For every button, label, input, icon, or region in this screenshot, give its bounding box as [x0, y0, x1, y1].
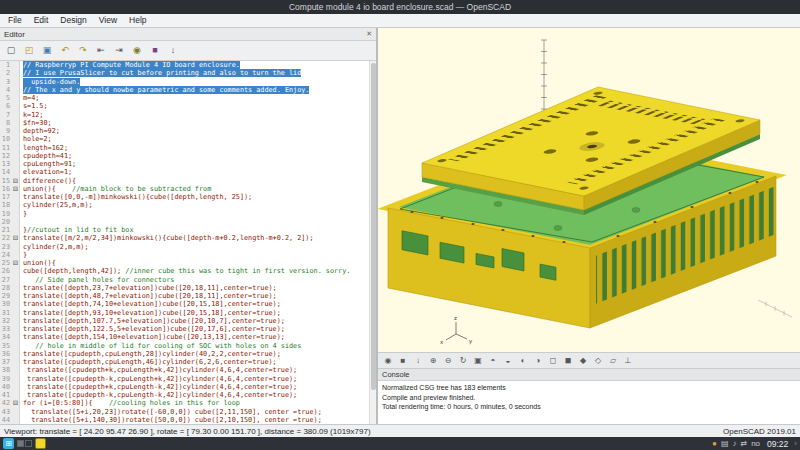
- fold-marker[interactable]: [12, 61, 20, 69]
- fold-marker[interactable]: [12, 102, 20, 110]
- fold-marker[interactable]: [12, 276, 20, 284]
- fold-marker[interactable]: [12, 333, 20, 341]
- fold-marker[interactable]: [12, 342, 20, 350]
- undo-icon[interactable]: ↶: [57, 43, 73, 59]
- fold-marker[interactable]: [12, 408, 20, 416]
- fold-marker[interactable]: [12, 375, 20, 383]
- fold-marker[interactable]: [12, 416, 20, 424]
- desktop-1[interactable]: [17, 440, 24, 447]
- fold-marker[interactable]: [12, 267, 20, 275]
- render-icon[interactable]: ■: [147, 43, 163, 59]
- indent-icon[interactable]: ⇥: [111, 43, 127, 59]
- close-icon[interactable]: ✕: [366, 30, 372, 38]
- fold-marker[interactable]: [12, 309, 20, 317]
- view-bottom-icon[interactable]: ◒: [501, 354, 515, 367]
- export-stl-icon[interactable]: ↓: [411, 354, 425, 367]
- redo-icon[interactable]: ↷: [75, 43, 91, 59]
- tray-volume-icon[interactable]: ♪: [731, 439, 737, 448]
- fold-marker[interactable]: [12, 135, 20, 143]
- menu-design[interactable]: Design: [54, 14, 92, 27]
- fold-marker[interactable]: [12, 366, 20, 374]
- menu-edit[interactable]: Edit: [28, 14, 55, 27]
- preview-icon[interactable]: ◉: [129, 43, 145, 59]
- editor-line: 42 ⊟ for (i=[0:5:80]){ //cooling holes i…: [0, 399, 376, 407]
- fold-marker[interactable]: [12, 325, 20, 333]
- fold-marker[interactable]: [12, 226, 20, 234]
- fold-marker[interactable]: ⊟: [12, 185, 20, 193]
- fold-marker[interactable]: ⊟: [12, 234, 20, 242]
- orthogonal-icon[interactable]: ▱: [606, 354, 620, 367]
- open-file-icon[interactable]: ◰: [21, 43, 37, 59]
- fold-marker[interactable]: [12, 350, 20, 358]
- fold-marker[interactable]: [12, 251, 20, 259]
- scrollbar-thumb[interactable]: [371, 63, 376, 390]
- fold-marker[interactable]: [12, 391, 20, 399]
- taskbar-app-openscad[interactable]: [35, 438, 46, 449]
- fold-marker[interactable]: [12, 201, 20, 209]
- app-launcher-icon[interactable]: ⊞: [3, 438, 14, 449]
- fold-marker[interactable]: [12, 152, 20, 160]
- hide-panel-icon[interactable]: ›: [794, 439, 797, 448]
- editor-line: 7 k=12;: [0, 111, 376, 119]
- window-titlebar[interactable]: Compute module 4 io board enclosure.scad…: [0, 0, 800, 14]
- new-file-icon[interactable]: ▢: [3, 43, 19, 59]
- virtual-desktop-pager[interactable]: [17, 440, 32, 447]
- fold-marker[interactable]: ⊟: [12, 177, 20, 185]
- line-number: 40: [0, 383, 12, 391]
- fold-marker[interactable]: ⊟: [12, 399, 20, 407]
- view-front-icon[interactable]: ◻: [546, 354, 560, 367]
- fold-marker[interactable]: [12, 383, 20, 391]
- menu-file[interactable]: File: [2, 14, 28, 27]
- fold-marker[interactable]: [12, 86, 20, 94]
- unindent-icon[interactable]: ⇤: [93, 43, 109, 59]
- perspective-icon[interactable]: ◇: [591, 354, 605, 367]
- fold-marker[interactable]: [12, 317, 20, 325]
- menu-help[interactable]: Help: [123, 14, 152, 27]
- desktop-2[interactable]: [25, 440, 32, 447]
- fold-marker[interactable]: [12, 243, 20, 251]
- preview-icon[interactable]: ◉: [381, 354, 395, 367]
- fold-marker[interactable]: [12, 284, 20, 292]
- view-all-icon[interactable]: ▣: [471, 354, 485, 367]
- fold-marker[interactable]: [12, 94, 20, 102]
- fold-marker[interactable]: [12, 168, 20, 176]
- fold-marker[interactable]: [12, 111, 20, 119]
- fold-marker[interactable]: [12, 193, 20, 201]
- fold-marker[interactable]: [12, 210, 20, 218]
- fold-marker[interactable]: [12, 358, 20, 366]
- menu-view[interactable]: View: [93, 14, 123, 27]
- fold-marker[interactable]: [12, 160, 20, 168]
- tray-network-icon[interactable]: ⇄: [739, 439, 748, 448]
- tray-status-icon[interactable]: ●: [711, 439, 718, 448]
- fold-marker[interactable]: [12, 119, 20, 127]
- zoom-in-icon[interactable]: ⊕: [426, 354, 440, 367]
- fold-marker[interactable]: [12, 218, 20, 226]
- keyboard-layout-indicator[interactable]: no: [750, 439, 761, 448]
- zoom-out-icon[interactable]: ⊖: [441, 354, 455, 367]
- tray-clipboard-icon[interactable]: ▤: [720, 439, 730, 448]
- fold-marker[interactable]: [12, 292, 20, 300]
- statusbar: Viewport: translate = [ 24.20 95.47 26.9…: [0, 424, 800, 437]
- code-editor[interactable]: 1 // Raspberryp PI Compute Module 4 IO b…: [0, 61, 376, 424]
- view-back-icon[interactable]: ◼: [561, 354, 575, 367]
- line-number: 26: [0, 267, 12, 275]
- render-icon[interactable]: ■: [396, 354, 410, 367]
- fold-marker[interactable]: [12, 300, 20, 308]
- export-icon[interactable]: ↓: [165, 43, 181, 59]
- fold-marker[interactable]: ⊟: [12, 259, 20, 267]
- fold-marker[interactable]: [12, 78, 20, 86]
- fold-marker[interactable]: [12, 69, 20, 77]
- fold-marker[interactable]: [12, 127, 20, 135]
- view-left-icon[interactable]: ◐: [516, 354, 530, 367]
- save-file-icon[interactable]: ▣: [39, 43, 55, 59]
- clock[interactable]: 09:22: [764, 439, 791, 449]
- reset-view-icon[interactable]: ↻: [456, 354, 470, 367]
- show-axes-icon[interactable]: ⊥: [621, 354, 635, 367]
- view-top-icon[interactable]: ◓: [486, 354, 500, 367]
- editor-line: 18 cylinder(25,m,m);: [0, 201, 376, 209]
- view-right-icon[interactable]: ◑: [531, 354, 545, 367]
- view-diagonal-icon[interactable]: ◆: [576, 354, 590, 367]
- editor-scrollbar[interactable]: [369, 61, 376, 424]
- fold-marker[interactable]: [12, 144, 20, 152]
- 3d-viewport[interactable]: z x y: [378, 28, 800, 352]
